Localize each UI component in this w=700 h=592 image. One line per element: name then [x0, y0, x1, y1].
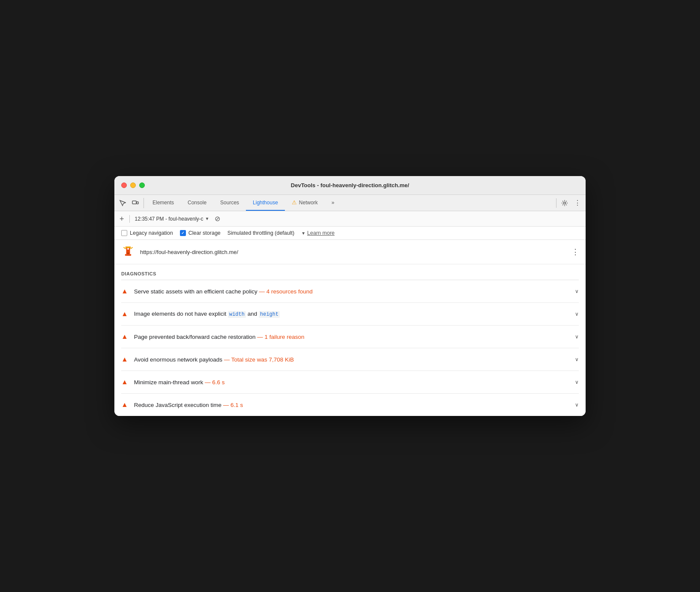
tab-icons: [118, 198, 144, 208]
device-toggle-icon[interactable]: [131, 198, 140, 208]
chevron-down-icon-js: ∨: [575, 402, 579, 408]
chevron-down-icon-bfcache: ∨: [575, 334, 579, 340]
diagnostic-item-js[interactable]: ▲ Reduce JavaScript execution time — 6.1…: [121, 394, 579, 416]
diagnostic-item-network[interactable]: ▲ Avoid enormous network payloads — Tota…: [121, 348, 579, 371]
diagnostic-text-mainthread: Minimize main-thread work — 6.6 s: [134, 379, 569, 386]
title-bar: DevTools - foul-heavenly-direction.glitc…: [114, 176, 586, 195]
inspect-icon[interactable]: [118, 198, 127, 208]
throttling-label: Simulated throttling (default): [227, 230, 294, 236]
clear-storage-check-box[interactable]: [180, 230, 186, 236]
diagnostic-text-cache: Serve static assets with an efficient ca…: [134, 288, 569, 295]
tab-lighthouse[interactable]: Lighthouse: [246, 195, 285, 211]
diagnostic-text-bfcache: Page prevented back/forward cache restor…: [134, 334, 569, 340]
diagnostic-item-mainthread[interactable]: ▲ Minimize main-thread work — 6.6 s ∨: [121, 371, 579, 394]
traffic-lights: [121, 182, 145, 188]
tab-elements[interactable]: Elements: [146, 195, 181, 211]
warning-icon-js: ▲: [121, 401, 128, 408]
session-dropdown[interactable]: 12:35:47 PM - foul-heavenly-c ▼: [135, 216, 209, 222]
diagnostics-title: DIAGNOSTICS: [121, 271, 579, 276]
warning-icon-cache: ▲: [121, 288, 128, 295]
options-bar: Legacy navigation Clear storage Simulate…: [114, 227, 586, 240]
devtools-window: DevTools - foul-heavenly-direction.glitc…: [114, 176, 586, 416]
main-content: https://foul-heavenly-direction.glitch.m…: [114, 240, 586, 416]
tab-console[interactable]: Console: [181, 195, 213, 211]
throttling-caret-icon[interactable]: ▼: [301, 231, 305, 236]
more-options-icon[interactable]: ⋮: [573, 198, 582, 208]
learn-more-container: ▼ Learn more: [301, 230, 335, 236]
minimize-button[interactable]: [130, 182, 136, 188]
url-bar: https://foul-heavenly-direction.glitch.m…: [114, 240, 586, 264]
tab-right-actions: ⋮: [556, 198, 582, 208]
svg-rect-9: [127, 253, 129, 254]
clear-storage-checkbox[interactable]: Clear storage: [180, 230, 221, 236]
tab-network[interactable]: ⚠ Network: [285, 195, 325, 211]
chevron-down-icon-images: ∨: [575, 311, 579, 317]
diagnostic-text-js: Reduce JavaScript execution time — 6.1 s: [134, 402, 569, 408]
svg-rect-4: [126, 247, 131, 248]
url-more-icon[interactable]: ⋮: [571, 247, 579, 257]
svg-point-2: [564, 202, 566, 204]
svg-rect-5: [125, 254, 131, 256]
warning-icon-images: ▲: [121, 311, 128, 317]
warning-icon-mainthread: ▲: [121, 379, 128, 386]
chevron-down-icon-network: ∨: [575, 356, 579, 362]
settings-icon[interactable]: [560, 198, 569, 208]
chevron-down-icon-cache: ∨: [575, 288, 579, 294]
lighthouse-logo: [121, 245, 135, 259]
tab-sources[interactable]: Sources: [213, 195, 246, 211]
warning-icon-bfcache: ▲: [121, 333, 128, 340]
diagnostic-text-network: Avoid enormous network payloads — Total …: [134, 356, 569, 363]
block-icon[interactable]: ⊘: [215, 215, 220, 223]
legacy-navigation-check-box[interactable]: [121, 230, 127, 236]
tab-overflow[interactable]: »: [325, 195, 341, 211]
learn-more-link[interactable]: Learn more: [307, 230, 335, 236]
diagnostic-item-bfcache[interactable]: ▲ Page prevented back/forward cache rest…: [121, 326, 579, 348]
diagnostic-text-images: Image elements do not have explicit widt…: [134, 311, 569, 317]
tab-bar: Elements Console Sources Lighthouse ⚠ Ne…: [114, 195, 586, 211]
network-warning-icon: ⚠: [292, 199, 297, 206]
maximize-button[interactable]: [139, 182, 145, 188]
tabs: Elements Console Sources Lighthouse ⚠ Ne…: [146, 195, 554, 211]
toolbar: + 12:35:47 PM - foul-heavenly-c ▼ ⊘: [114, 211, 586, 227]
diagnostics-section: DIAGNOSTICS ▲ Serve static assets with a…: [114, 264, 586, 416]
close-button[interactable]: [121, 182, 127, 188]
svg-rect-6: [127, 248, 129, 250]
svg-rect-1: [137, 202, 138, 204]
diagnostic-item-cache[interactable]: ▲ Serve static assets with an efficient …: [121, 280, 579, 303]
window-title: DevTools - foul-heavenly-direction.glitc…: [291, 182, 409, 188]
url-text: https://foul-heavenly-direction.glitch.m…: [140, 249, 566, 255]
legacy-navigation-checkbox[interactable]: Legacy navigation: [121, 230, 173, 236]
add-button[interactable]: +: [120, 215, 124, 223]
svg-rect-0: [132, 201, 136, 204]
dropdown-caret-icon: ▼: [205, 216, 209, 221]
toolbar-divider: [129, 215, 130, 223]
diagnostic-item-images[interactable]: ▲ Image elements do not have explicit wi…: [121, 303, 579, 326]
chevron-down-icon-mainthread: ∨: [575, 379, 579, 385]
warning-icon-network: ▲: [121, 356, 128, 363]
